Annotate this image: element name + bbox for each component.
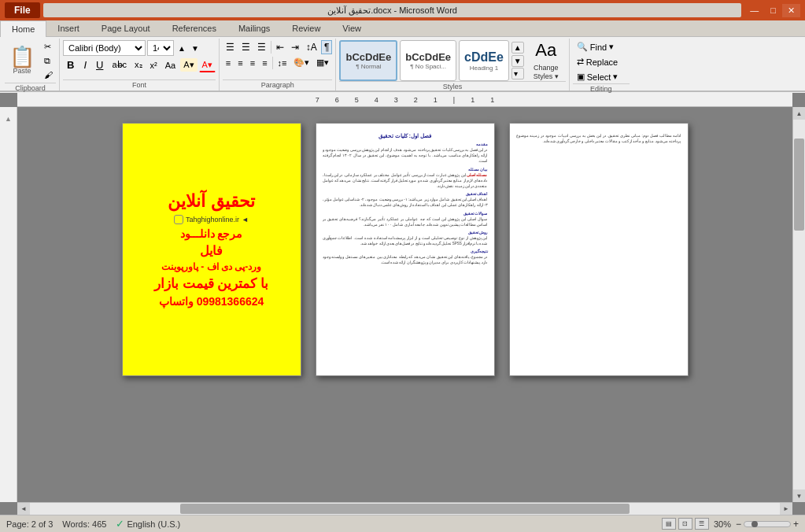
close-button[interactable]: ✕	[782, 4, 800, 17]
print-layout-button[interactable]: ▤	[662, 518, 676, 530]
word-count: Words: 465	[62, 519, 106, 529]
subscript-button[interactable]: x₂	[131, 58, 146, 72]
superscript-button[interactable]: x²	[147, 59, 161, 72]
page1-content: تحقیق آنلاین Tahghighonline.ir ◄ مرجع دا…	[123, 124, 301, 375]
justify-button[interactable]: ≡	[259, 57, 270, 69]
style-normal-text: bCcDdEe	[345, 51, 391, 63]
change-styles-button[interactable]: Aa ChangeStyles ▾	[526, 40, 566, 81]
tab-view[interactable]: View	[331, 20, 372, 36]
paste-button[interactable]: 📋 Paste	[5, 40, 39, 81]
style-no-spacing-button[interactable]: bCcDdEe ¶ No Spaci...	[400, 40, 456, 81]
cut-button[interactable]: ✂	[41, 40, 56, 54]
page2-para2: مسئله اصلی این پژوهش عبارت است از بررسی …	[323, 172, 488, 190]
scroll-up-button[interactable]: ▲	[793, 107, 805, 120]
page2-sub2: بیان مسئله	[323, 167, 488, 172]
h-scroll-track[interactable]	[30, 503, 780, 515]
minimize-button[interactable]: —	[744, 4, 764, 17]
full-screen-button[interactable]: ⊡	[678, 518, 692, 530]
h-scroll-thumb[interactable]	[180, 504, 630, 514]
multilevel-list-button[interactable]: ☰	[254, 40, 269, 54]
web-layout-button[interactable]: ☰	[695, 518, 709, 530]
align-right-button[interactable]: ≡	[247, 57, 258, 69]
page2-sub1: مقدمه	[323, 142, 488, 146]
align-center-button[interactable]: ≡	[234, 57, 246, 69]
scroll-down-button[interactable]: ▼	[793, 490, 805, 502]
scroll-left-button[interactable]: ◄	[17, 503, 30, 515]
ribbon-content: 📋 Paste ✂ ⧉ 🖌 Clipboard Calibri (Body) 1…	[0, 37, 805, 92]
styles-scroll-up[interactable]: ▲	[511, 42, 524, 54]
zoom-level: 30%	[714, 519, 731, 529]
language-status[interactable]: ✓ English (U.S.)	[116, 518, 180, 530]
tab-insert[interactable]: Insert	[46, 20, 90, 36]
highlight-button[interactable]: A▾	[180, 58, 197, 72]
styles-expand[interactable]: ▾	[511, 68, 524, 79]
text-effects-button[interactable]: Aa	[162, 59, 179, 72]
replace-button[interactable]: ⇄ Replace	[573, 55, 630, 68]
scroll-right-button[interactable]: ►	[780, 503, 792, 515]
strikethrough-button[interactable]: ab̶c	[109, 58, 130, 72]
style-heading1-button[interactable]: cDdEe Heading 1	[459, 40, 509, 81]
separator2	[272, 57, 273, 69]
page2-sub4: سوالات تحقیق	[323, 211, 488, 216]
borders-button[interactable]: ▦▾	[313, 56, 332, 69]
increase-indent-button[interactable]: ⇥	[288, 40, 302, 54]
title-bar: File تحقیق آنلاین.docx - Microsoft Word …	[0, 0, 805, 20]
select-button[interactable]: ▣ Select ▾	[573, 70, 630, 83]
zoom-in-button[interactable]: +	[793, 519, 799, 530]
status-bar: Page: 2 of 3 Words: 465 ✓ English (U.S.)…	[0, 515, 805, 532]
find-label: Find	[590, 42, 607, 52]
status-right: ▤ ⊡ ☰ 30% − +	[662, 518, 799, 530]
font-size-controls: ▲ ▼	[175, 42, 201, 54]
shading-button[interactable]: 🎨▾	[290, 56, 312, 69]
tab-review[interactable]: Review	[281, 20, 331, 36]
style-normal-button[interactable]: bCcDdEe ¶ Normal	[339, 40, 397, 81]
horizontal-scrollbar[interactable]: ◄ ►	[17, 502, 792, 515]
zoom-out-button[interactable]: −	[736, 519, 741, 530]
paragraph-row-2: ≡ ≡ ≡ ≡ ↕≡ 🎨▾ ▦▾	[223, 56, 333, 69]
italic-button[interactable]: I	[79, 57, 90, 72]
zoom-slider[interactable]	[744, 521, 791, 527]
tab-mailings[interactable]: Mailings	[227, 20, 281, 36]
styles-scroll-down[interactable]: ▼	[511, 55, 524, 67]
list-number-button[interactable]: ☰	[238, 40, 253, 54]
pages-container[interactable]: تحقیق آنلاین Tahghighonline.ir ◄ مرجع دا…	[17, 107, 792, 502]
font-family-select[interactable]: Calibri (Body)	[63, 40, 146, 56]
find-button[interactable]: 🔍 Find ▾	[573, 40, 630, 54]
format-painter-button[interactable]: 🖌	[41, 68, 56, 81]
align-left-button[interactable]: ≡	[223, 57, 234, 69]
language-label: English (U.S.)	[127, 519, 180, 529]
insta-icon	[174, 215, 183, 224]
clipboard-group-label: Clipboard	[5, 83, 56, 92]
tab-home[interactable]: Home	[0, 20, 46, 37]
sort-button[interactable]: ↕A	[303, 40, 320, 54]
bold-button[interactable]: B	[63, 57, 78, 72]
font-color-button[interactable]: A▾	[199, 58, 216, 72]
style-heading1-text: cDdEe	[464, 50, 504, 65]
file-tab[interactable]: File	[5, 2, 40, 18]
page2-para3: اهداف اصلی این تحقیق شامل موارد زیر می‌ب…	[323, 197, 488, 208]
page1-url: Tahghighonline.ir	[186, 216, 239, 224]
maximize-button[interactable]: □	[765, 4, 781, 17]
select-icon: ▣	[577, 72, 585, 82]
separator	[271, 41, 271, 54]
vertical-scrollbar[interactable]: ▲ ▼	[792, 107, 805, 502]
font-size-select[interactable]: 14	[147, 40, 174, 56]
style-heading1-label: Heading 1	[470, 65, 498, 72]
underline-button[interactable]: U	[92, 57, 107, 72]
list-bullet-button[interactable]: ☰	[223, 40, 238, 54]
tab-page-layout[interactable]: Page Layout	[90, 20, 161, 36]
scroll-thumb[interactable]	[794, 139, 804, 231]
decrease-font-button[interactable]: ▼	[189, 42, 201, 54]
page2-para4: سوال اصلی این پژوهش این است که چه عواملی…	[323, 216, 488, 227]
increase-font-button[interactable]: ▲	[175, 42, 188, 54]
page2-sub6: نتیجه‌گیری	[323, 249, 488, 253]
decrease-indent-button[interactable]: ⇤	[273, 40, 287, 54]
scroll-track[interactable]	[793, 120, 805, 490]
line-spacing-button[interactable]: ↕≡	[275, 57, 290, 69]
copy-button[interactable]: ⧉	[41, 54, 56, 68]
change-styles-label: ChangeStyles ▾	[534, 64, 559, 81]
show-formatting-button[interactable]: ¶	[321, 40, 332, 54]
tab-references[interactable]: References	[161, 20, 227, 36]
page3-content: ادامه مطالب فصل دوم: مبانی نظری تحقیق. د…	[510, 124, 688, 375]
paragraph-group: ☰ ☰ ☰ ⇤ ⇥ ↕A ¶ ≡ ≡ ≡ ≡ ↕≡ 🎨▾ ▦▾ Paragrap…	[220, 39, 337, 91]
